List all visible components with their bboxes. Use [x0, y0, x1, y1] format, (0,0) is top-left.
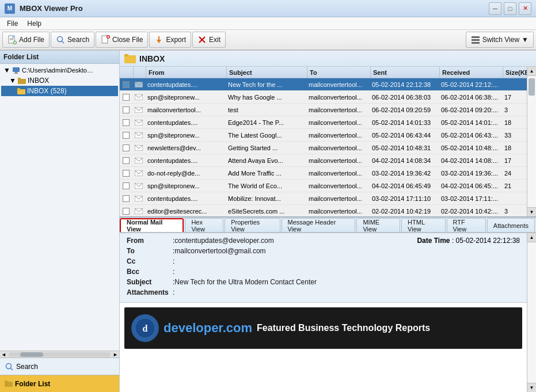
header-sent[interactable]: Sent	[371, 67, 440, 78]
email-list-header: From Subject To Sent Received Size(KB)	[120, 67, 527, 78]
row-received-0: 05-02-2014 22:12:...	[439, 81, 502, 88]
row-checkbox-9[interactable]	[120, 195, 132, 202]
preview-subject-value: New Tech for the Ultra Modern Contact Ce…	[174, 278, 317, 286]
tab-attachments[interactable]: Attachments	[487, 218, 535, 232]
horizontal-scrollbar[interactable]: ◄ ►	[0, 351, 119, 357]
svg-rect-27	[17, 88, 20, 90]
developer-tagline: Featured Business Technology Reports	[257, 323, 430, 333]
switch-view-icon	[471, 35, 480, 44]
row-received-10: 02-02-2014 10:42:...	[439, 208, 502, 215]
row-from-10: editor@esitesecrec...	[145, 208, 226, 215]
preview-scroll-down-btn[interactable]: ▼	[527, 383, 536, 392]
scroll-thumb[interactable]	[20, 352, 43, 357]
scroll-up-btn[interactable]: ▲	[527, 67, 536, 76]
email-row[interactable]: spn@sitepronew... Why has Google ... mai…	[120, 91, 527, 104]
row-sent-1: 06-02-2014 06:38:03	[370, 94, 439, 101]
search-sidebar-button[interactable]: Search	[0, 357, 119, 375]
row-to-5: mailconvertertool...	[306, 144, 370, 151]
row-from-2: mailconvertertool...	[145, 106, 226, 113]
row-checkbox-1[interactable]	[120, 94, 132, 101]
header-to[interactable]: To	[307, 67, 371, 78]
folder-item-inbox[interactable]: INBOX (528)	[1, 86, 118, 96]
header-received[interactable]: Received	[440, 67, 503, 78]
header-subject[interactable]: Subject	[227, 67, 307, 78]
scroll-thumb-v[interactable]	[529, 78, 535, 96]
search-toolbar-button[interactable]: Search	[51, 32, 94, 48]
email-row[interactable]: contentupdates.... New Tech for the ... …	[120, 78, 527, 91]
scroll-track[interactable]	[9, 352, 111, 357]
preview-scroll-up-btn[interactable]: ▲	[527, 233, 536, 242]
preview-pane: From : contentupdates@developer.com To :…	[120, 233, 536, 392]
row-size-7: 24	[502, 170, 527, 177]
tab-properties-view[interactable]: Properties View	[225, 218, 280, 232]
row-checkbox-0[interactable]	[120, 81, 132, 88]
title-bar: M MBOX Viewer Pro ─ □ ✕	[0, 0, 536, 17]
email-row[interactable]: contentupdates.... Attend Avaya Evo... m…	[120, 154, 527, 167]
tab-normal-mail-view[interactable]: Normal Mail View	[120, 218, 184, 232]
email-row[interactable]: do-not-reply@de... Add More Traffic ... …	[120, 167, 527, 180]
scroll-down-btn[interactable]: ▼	[527, 207, 536, 216]
tab-html-view[interactable]: HTML View	[401, 218, 445, 232]
header-size[interactable]: Size(KB)	[503, 67, 527, 78]
row-to-2: mailconvertertool...	[306, 106, 370, 113]
row-checkbox-7[interactable]	[120, 170, 132, 177]
row-checkbox-5[interactable]	[120, 144, 132, 151]
preview-scroll-track[interactable]	[527, 242, 536, 383]
email-row[interactable]: newsletters@dev... Getting Started ... m…	[120, 142, 527, 154]
close-button[interactable]: ✕	[519, 2, 531, 15]
email-row[interactable]: mailconvertertool... test mailconvertert…	[120, 104, 527, 116]
export-button[interactable]: Export	[149, 32, 191, 48]
row-subject-9: Mobilize: Innovat...	[226, 195, 306, 202]
content-area: INBOX From Subject To Sent Received Size…	[120, 51, 536, 392]
exit-button[interactable]: Exit	[192, 32, 226, 48]
tab-hex-view[interactable]: Hex View	[185, 218, 223, 232]
row-checkbox-8[interactable]	[120, 182, 132, 189]
row-to-6: mailconvertertool...	[306, 157, 370, 164]
preview-bcc-row: Bcc :	[127, 268, 405, 276]
scroll-track-v[interactable]	[527, 76, 536, 207]
tab-mime-view[interactable]: MIME View	[356, 218, 400, 232]
tab-message-header-view[interactable]: Message Header View	[282, 218, 356, 232]
svg-rect-21	[15, 72, 17, 73]
preview-scrollbar[interactable]: ▲ ▼	[527, 233, 536, 392]
menu-help[interactable]: Help	[22, 18, 46, 29]
email-row[interactable]: editor@esitesecrec... eSiteSecrets.com .…	[120, 205, 527, 216]
email-list-scrollbar[interactable]: ▲ ▼	[527, 67, 536, 216]
folder-item-root[interactable]: ▼ C:\Users\admin\Desktop\Nisl	[1, 65, 118, 75]
row-checkbox-2[interactable]	[120, 106, 132, 113]
add-file-button[interactable]: Add File	[2, 32, 50, 48]
header-from[interactable]: From	[146, 67, 227, 78]
close-file-label: Close File	[112, 36, 143, 44]
email-row[interactable]: contentupdates.... Mobilize: Innovat... …	[120, 192, 527, 205]
svg-rect-25	[18, 78, 21, 79]
row-checkbox-3[interactable]	[120, 119, 132, 126]
email-row[interactable]: spn@sitepronew... The World of Eco... ma…	[120, 180, 527, 192]
inbox-header: INBOX	[120, 51, 536, 67]
row-checkbox-6[interactable]	[120, 157, 132, 164]
close-file-button[interactable]: Close File	[96, 32, 148, 48]
email-row[interactable]: spn@sitepronew... The Latest Googl... ma…	[120, 129, 527, 142]
folder-list-button[interactable]: Folder List	[0, 375, 119, 392]
row-sent-10: 02-02-2014 10:42:19	[370, 208, 439, 215]
preview-from-row: From : contentupdates@developer.com	[127, 237, 405, 245]
row-sent-2: 06-02-2014 09:20:59	[370, 106, 439, 113]
svg-rect-22	[14, 73, 18, 74]
row-from-1: spn@sitepronew...	[145, 94, 226, 101]
menu-bar: File Help	[0, 17, 536, 30]
email-row[interactable]: contentupdates.... Edge2014 - The P... m…	[120, 116, 527, 129]
sidebar: Folder List ▼ C:\Users\admin\Desktop\Nis…	[0, 51, 120, 392]
scroll-left-btn[interactable]: ◄	[0, 352, 7, 357]
folder-item-inbox-parent[interactable]: ▼ INBOX	[1, 75, 118, 86]
scroll-right-btn[interactable]: ►	[112, 352, 119, 357]
expand-icon-root: ▼	[3, 66, 10, 74]
tab-rtf-view[interactable]: RTF View	[447, 218, 486, 232]
row-checkbox-10[interactable]	[120, 208, 132, 215]
row-subject-2: test	[226, 106, 306, 113]
row-checkbox-4[interactable]	[120, 132, 132, 139]
app-icon: M	[5, 3, 15, 14]
menu-file[interactable]: File	[2, 18, 22, 29]
close-file-icon	[101, 35, 110, 44]
minimize-button[interactable]: ─	[489, 2, 501, 15]
maximize-button[interactable]: □	[504, 2, 516, 15]
switch-view-button[interactable]: Switch View ▼	[466, 32, 534, 48]
